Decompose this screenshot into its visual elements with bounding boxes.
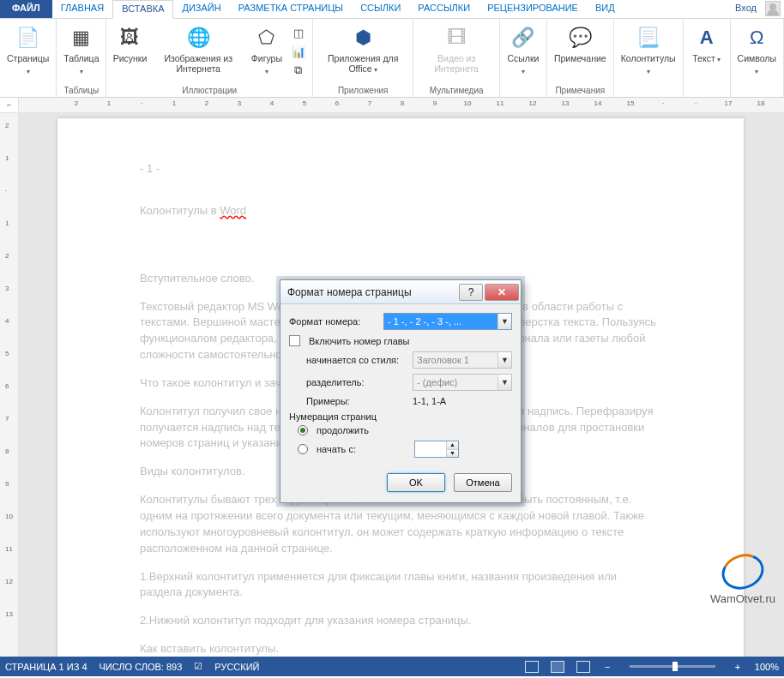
spinner-down-icon[interactable]: ▼	[446, 449, 458, 457]
examples-value: 1-1, 1-A	[413, 396, 446, 406]
dialog-close-button[interactable]: ✕	[485, 284, 519, 301]
tab-page-layout[interactable]: РАЗМЕТКА СТРАНИЦЫ	[230, 0, 352, 18]
shapes-icon: ⬠	[253, 24, 280, 51]
tab-design[interactable]: ДИЗАЙН	[173, 0, 229, 18]
shapes-button[interactable]: ⬠Фигуры	[247, 22, 286, 79]
tab-home[interactable]: ГЛАВНАЯ	[52, 0, 112, 18]
links-button[interactable]: 🔗Ссылки	[504, 22, 543, 79]
format-label: Формат номера:	[289, 316, 378, 327]
ok-button[interactable]: OK	[387, 473, 445, 492]
group-label	[705, 85, 708, 97]
ruler-corner: ⌐	[0, 98, 19, 112]
zoom-slider[interactable]	[630, 665, 715, 668]
status-bar: СТРАНИЦА 1 ИЗ 4 ЧИСЛО СЛОВ: 893 ☑ РУССКИ…	[0, 657, 784, 676]
group-label	[647, 85, 649, 97]
vertical-ruler[interactable]: 21·12345678910111213	[0, 113, 19, 657]
globe-icon: 🌐	[184, 24, 212, 51]
tab-references[interactable]: ССЫЛКИ	[352, 0, 409, 18]
table-icon: ▦	[68, 24, 95, 51]
cancel-button[interactable]: Отмена	[454, 473, 512, 492]
symbols-button[interactable]: ΩСимволы	[734, 22, 780, 79]
starts-with-style-select: Заголовок 1▼	[413, 351, 512, 369]
status-page[interactable]: СТРАНИЦА 1 ИЗ 4	[5, 662, 87, 672]
chart-button[interactable]: 📊	[288, 43, 309, 60]
group-label-comments: Примечания	[555, 85, 605, 97]
omega-icon: Ω	[743, 24, 770, 51]
group-label	[756, 85, 758, 97]
text-icon: A	[693, 24, 721, 51]
user-avatar-icon[interactable]	[765, 1, 781, 16]
smartart-icon: ◫	[292, 26, 305, 39]
continue-radio[interactable]	[298, 425, 308, 435]
examples-label: Примеры:	[306, 396, 407, 406]
tab-mailings[interactable]: РАССЫЛКИ	[409, 0, 479, 18]
status-language[interactable]: РУССКИЙ	[214, 662, 259, 672]
body-text: 2.Нижний колонтитул подходит для указани…	[140, 613, 661, 629]
chevron-down-icon: ▼	[498, 375, 511, 390]
link-icon: 🔗	[510, 24, 537, 51]
watermark-logo-icon	[717, 549, 769, 596]
proofing-icon[interactable]: ☑	[194, 661, 202, 672]
spinner-up-icon[interactable]: ▲	[446, 441, 458, 449]
chevron-down-icon: ▼	[498, 314, 511, 329]
group-label-apps: Приложения	[338, 85, 389, 97]
picture-icon: 🖼	[116, 24, 143, 51]
screenshot-button[interactable]: ⧉	[288, 62, 309, 79]
body-text: Как вставить колонтитулы.	[140, 641, 661, 657]
horizontal-ruler[interactable]: ⌐ 21·123456789101112131415··1718	[0, 98, 784, 113]
read-mode-icon[interactable]	[525, 661, 539, 673]
group-label-illustrations: Иллюстрации	[182, 85, 237, 97]
include-chapter-label: Включить номер главы	[309, 336, 410, 346]
print-layout-icon[interactable]	[551, 661, 564, 673]
header-footer-icon: 📃	[635, 24, 662, 51]
start-at-label: начать с:	[317, 444, 406, 454]
start-at-radio[interactable]	[298, 444, 308, 454]
pictures-button[interactable]: 🖼Рисунки	[110, 22, 149, 65]
smartart-button[interactable]: ◫	[288, 24, 309, 41]
numbering-group-label: Нумерация страниц	[289, 411, 512, 422]
dialog-title: Формат номера страницы	[287, 286, 459, 298]
apps-icon: ⬢	[349, 24, 377, 51]
comment-button[interactable]: 💬Примечание	[551, 22, 610, 65]
tab-view[interactable]: ВИД	[587, 0, 624, 18]
page-icon: 📄	[15, 24, 42, 51]
video-icon: 🎞	[443, 24, 470, 51]
chevron-down-icon: ▼	[498, 352, 511, 368]
ribbon: 📄Страницы ▦Таблица Таблицы 🖼Рисунки 🌐Изо…	[0, 19, 784, 98]
sign-in-link[interactable]: Вход	[728, 0, 763, 18]
dialog-titlebar[interactable]: Формат номера страницы ? ✕	[280, 280, 521, 304]
text-button[interactable]: AТекст	[687, 22, 727, 67]
body-text: 1.Верхний колонтитул применяется для фик…	[140, 569, 661, 602]
start-at-spinner[interactable]: ▲ ▼	[414, 441, 459, 458]
separator-select: - (дефис)▼	[413, 374, 512, 391]
group-label	[27, 85, 29, 97]
apps-button[interactable]: ⬢Приложения для Office	[317, 22, 410, 77]
watermark: WamOtvet.ru	[710, 555, 775, 605]
web-layout-icon[interactable]	[576, 661, 590, 673]
pages-button[interactable]: 📄Страницы	[3, 22, 52, 79]
online-pictures-button[interactable]: 🌐Изображения из Интернета	[151, 22, 244, 75]
comment-icon: 💬	[566, 24, 594, 51]
ribbon-tabs: ФАЙЛ ГЛАВНАЯ ВСТАВКА ДИЗАЙН РАЗМЕТКА СТР…	[0, 0, 784, 19]
dialog-help-button[interactable]: ?	[459, 284, 483, 301]
header-footer-button[interactable]: 📃Колонтитулы	[618, 22, 679, 79]
table-button[interactable]: ▦Таблица	[60, 22, 102, 79]
status-word-count[interactable]: ЧИСЛО СЛОВ: 893	[100, 662, 183, 672]
tab-review[interactable]: РЕЦЕНЗИРОВАНИЕ	[479, 0, 587, 18]
group-label-media: Мультимедиа	[430, 85, 484, 97]
starts-with-style-label: начинается со стиля:	[306, 355, 407, 365]
zoom-level[interactable]: 100%	[755, 662, 779, 672]
screenshot-icon: ⧉	[292, 63, 305, 77]
include-chapter-checkbox[interactable]	[289, 335, 300, 346]
online-video-button: 🎞Видео из Интернета	[417, 22, 495, 75]
tab-insert[interactable]: ВСТАВКА	[112, 0, 173, 19]
zoom-out-button[interactable]: −	[602, 662, 612, 672]
tab-file[interactable]: ФАЙЛ	[0, 0, 52, 18]
group-label	[522, 85, 525, 97]
document-title: Колонтитулы в Word	[140, 203, 661, 219]
number-format-select[interactable]: - 1 -, - 2 -, - 3 -, ...▼	[383, 313, 512, 330]
page-header-number: - 1 -	[140, 161, 661, 177]
separator-label: разделитель:	[306, 377, 407, 387]
chart-icon: 📊	[292, 45, 305, 58]
zoom-in-button[interactable]: +	[733, 662, 743, 672]
